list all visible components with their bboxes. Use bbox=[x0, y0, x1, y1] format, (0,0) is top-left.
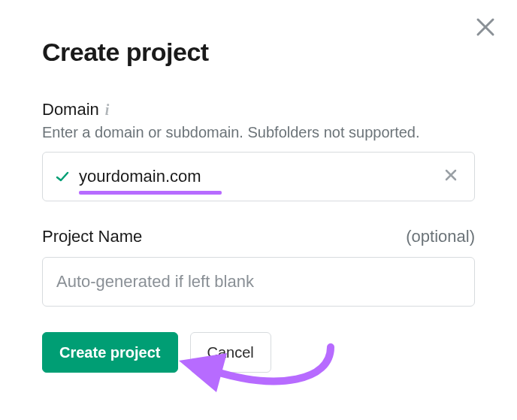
clear-icon[interactable] bbox=[440, 164, 462, 189]
cancel-button[interactable]: Cancel bbox=[190, 332, 271, 373]
close-icon[interactable] bbox=[475, 17, 496, 38]
domain-input[interactable] bbox=[77, 166, 440, 187]
project-name-input[interactable] bbox=[55, 271, 462, 292]
project-name-section: Project Name (optional) bbox=[42, 227, 475, 307]
create-project-button[interactable]: Create project bbox=[42, 332, 178, 373]
checkmark-icon bbox=[55, 169, 70, 184]
create-project-modal: Create project Domain i Enter a domain o… bbox=[0, 0, 517, 403]
domain-hint: Enter a domain or subdomain. Subfolders … bbox=[42, 124, 475, 141]
optional-text: (optional) bbox=[406, 227, 475, 246]
domain-input-wrap bbox=[42, 152, 475, 201]
annotation-underline bbox=[79, 191, 222, 195]
project-name-label: Project Name bbox=[42, 227, 142, 246]
domain-label: Domain bbox=[42, 100, 99, 119]
project-name-input-wrap bbox=[42, 257, 475, 307]
info-icon[interactable]: i bbox=[105, 102, 110, 117]
modal-title: Create project bbox=[42, 38, 475, 67]
domain-section: Domain i Enter a domain or subdomain. Su… bbox=[42, 100, 475, 201]
button-row: Create project Cancel bbox=[42, 332, 475, 373]
